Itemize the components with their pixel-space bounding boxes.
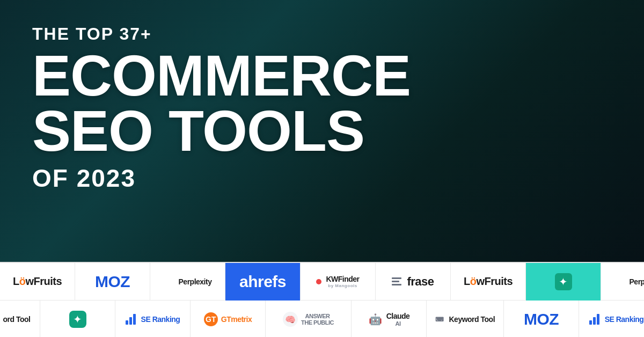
logo-ahrefs-1[interactable]: ahrefs <box>225 263 301 301</box>
se-ranking-label-2: SE Ranking <box>605 315 644 324</box>
claude-stack-1: Claude AI <box>386 312 410 327</box>
frase-label-1: frase <box>407 275 434 289</box>
perplexity-icon-1 <box>164 276 175 288</box>
kwfinder-label-1: KWFinder <box>326 275 359 283</box>
claude-label-1: Claude <box>386 312 410 320</box>
keyword-tool-label-1: Keyword Tool <box>449 315 495 324</box>
main-container: THE TOP 37+ ECOMMERCE SEO TOOLS OF 2023 … <box>0 0 644 337</box>
perplexity-label-2: Perplexity <box>630 277 644 286</box>
gtmetrix-label-1: GTmetrix <box>221 315 252 324</box>
logo-perplexity-1[interactable]: Perplexity <box>150 263 225 301</box>
keyword-tool-partial-label: ord Tool <box>3 315 31 324</box>
main-title: ECOMMERCE SEO TOOLS <box>32 48 612 158</box>
lowfruits-label-1: LöwFruits <box>13 275 62 288</box>
logo-moz-1[interactable]: MOZ <box>75 263 150 301</box>
answer-public-stack-1: ANSWER THE PUBLIC <box>301 313 334 326</box>
logo-row-2: ord Tool ✦ SE Ranking GT GTmetrix <box>0 301 644 337</box>
keyword-icon-1: ⌨ <box>435 316 444 323</box>
year-label: OF 2023 <box>32 164 612 193</box>
answer-public-label-1: ANSWER <box>305 313 330 319</box>
chatgpt-icon-white: ✦ <box>69 311 86 328</box>
lowfruits-label-2: LöwFruits <box>464 275 513 288</box>
logo-gtmetrix-1[interactable]: GT GTmetrix <box>191 301 266 337</box>
hero-section: THE TOP 37+ ECOMMERCE SEO TOOLS OF 2023 <box>0 0 644 262</box>
logo-row-1: LöwFruits MOZ Perplexity ahrefs <box>0 263 644 301</box>
perplexity-label-1: Perplexity <box>179 277 212 286</box>
claude-icon-1: 🤖 <box>368 312 383 327</box>
gtmetrix-icon-1: GT <box>204 312 218 326</box>
kwfinder-stack-1: KWFinder by Mangools <box>326 275 359 288</box>
se-ranking-icon-2 <box>589 314 599 325</box>
frase-icon-1 <box>392 277 401 285</box>
answer-public-label-2: THE PUBLIC <box>301 319 334 326</box>
logo-keyword-tool-partial[interactable]: ord Tool <box>0 301 40 337</box>
logo-chatgpt-white[interactable]: ✦ <box>40 301 115 337</box>
logo-strip: LöwFruits MOZ Perplexity ahrefs <box>0 262 644 337</box>
logo-moz-2[interactable]: MOZ <box>504 301 579 337</box>
kwfinder-sub-1: by Mangools <box>328 283 357 288</box>
perplexity-icon-2 <box>614 276 626 288</box>
logo-se-ranking-1[interactable]: SE Ranking <box>115 301 191 337</box>
se-ranking-label-1: SE Ranking <box>141 315 180 324</box>
logo-claude-1[interactable]: 🤖 Claude AI <box>352 301 427 337</box>
top-label: THE TOP 37+ <box>32 24 612 44</box>
logo-perplexity-2[interactable]: Perplexity <box>601 263 644 301</box>
se-ranking-icon-1 <box>126 314 136 325</box>
chatgpt-icon-teal: ✦ <box>555 273 572 290</box>
logo-chatgpt-teal[interactable]: ✦ <box>526 263 601 301</box>
answer-public-icon-1: 🧠 <box>283 312 298 327</box>
logo-frase-1[interactable]: frase <box>376 263 451 301</box>
claude-label-2: AI <box>396 320 401 327</box>
logo-answer-public-1[interactable]: 🧠 ANSWER THE PUBLIC <box>266 301 352 337</box>
title-line2: SEO TOOLS <box>32 98 364 163</box>
logo-lowfruits-1[interactable]: LöwFruits <box>0 263 75 301</box>
logo-keyword-tool-1[interactable]: ⌨ Keyword Tool <box>427 301 504 337</box>
logo-se-ranking-2[interactable]: SE Ranking <box>579 301 644 337</box>
kwfinder-icon-1 <box>316 279 321 284</box>
logo-lowfruits-2[interactable]: LöwFruits <box>451 263 526 301</box>
moz-label-2: MOZ <box>524 310 559 328</box>
logo-kwfinder-1[interactable]: KWFinder by Mangools <box>301 263 376 301</box>
moz-label-1: MOZ <box>95 273 130 291</box>
ahrefs-label-1: ahrefs <box>239 273 286 291</box>
